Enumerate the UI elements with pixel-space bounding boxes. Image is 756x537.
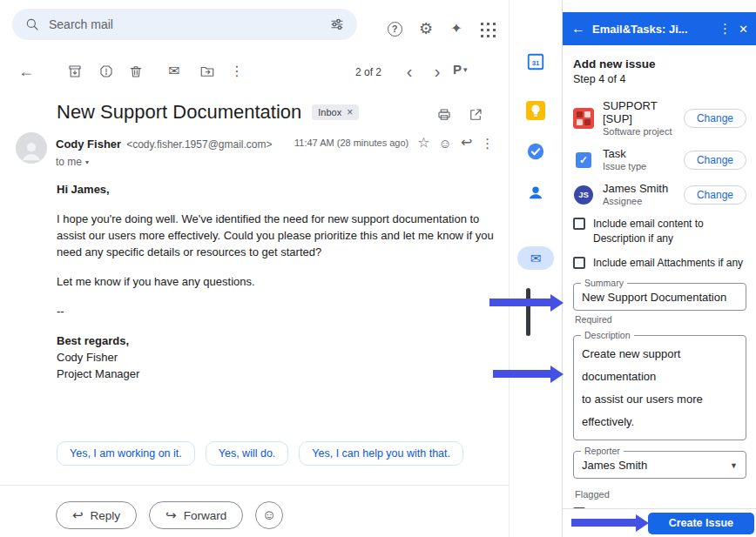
reply-arrow-icon: ↩ [72, 507, 84, 523]
change-project-button[interactable]: Change [684, 109, 746, 128]
divider [0, 485, 509, 486]
print-all-button[interactable]: P ▾ [453, 62, 468, 77]
tasks-button[interactable] [526, 142, 545, 164]
summary-field-value[interactable]: New Support Documentation [582, 291, 738, 304]
assignee-name: James Smith [603, 182, 675, 195]
checkbox-icon[interactable] [573, 218, 585, 230]
search-bar[interactable] [12, 9, 357, 40]
print-button[interactable] [434, 104, 455, 125]
settings-button[interactable]: ⚙ [415, 18, 436, 39]
create-issue-button[interactable]: Create Issue [648, 513, 754, 534]
older-button[interactable]: › [427, 61, 448, 82]
dropdown-icon[interactable]: ▼ [730, 461, 738, 470]
panel-close-icon[interactable]: ✕ [739, 23, 748, 36]
description-field-label: Description [581, 330, 634, 340]
keep-button[interactable] [526, 101, 545, 124]
project-avatar-icon [573, 108, 594, 129]
archive-button[interactable] [64, 61, 85, 82]
search-input[interactable] [49, 17, 321, 31]
smart-reply-2[interactable]: Yes, will do. [206, 441, 289, 466]
smart-reply-1[interactable]: Yes, I am working on it. [57, 441, 195, 466]
reply-button[interactable]: ↩ Reply [56, 501, 137, 529]
smart-reply-3[interactable]: Yes, I can help you with that. [299, 441, 463, 466]
email-body: Hi James, I hope you're doing well. We'v… [57, 181, 499, 382]
mark-unread-button[interactable]: ✉ [164, 61, 185, 82]
open-in-new-button[interactable] [465, 104, 486, 125]
report-spam-button[interactable] [96, 61, 117, 82]
to-me-label: to me [56, 156, 82, 168]
calendar-button[interactable]: 31 [526, 52, 545, 75]
trash-icon [128, 64, 144, 79]
search-icon[interactable] [24, 17, 40, 32]
emoji-reaction-icon[interactable]: ☺ [439, 137, 452, 150]
addon-panel-header: ← Email&Tasks: Ji... ⋮ ✕ [563, 12, 756, 45]
delete-button[interactable] [125, 61, 146, 82]
print-letter-icon: P [453, 62, 462, 77]
issue-type-row: ✓ Task Issue type Change [573, 147, 746, 172]
sparkle-icon: ✦ [450, 22, 462, 36]
signature-closing: Best regards, [57, 332, 499, 349]
project-name: SUPPORT [603, 99, 675, 112]
panel-step: Step 4 of 4 [573, 73, 746, 85]
issue-type-name: Task [603, 147, 675, 160]
printer-icon [436, 107, 452, 123]
change-assignee-button[interactable]: Change [684, 185, 746, 205]
forward-button[interactable]: ↪ Forward [149, 501, 243, 529]
chevron-right-icon: › [435, 62, 441, 82]
panel-kebab-icon[interactable]: ⋮ [719, 21, 732, 37]
star-icon[interactable]: ☆ [417, 136, 429, 150]
include-content-label: Include email content to Description if … [593, 217, 746, 246]
add-emoji-button[interactable]: ☺ [255, 501, 283, 529]
reply-icon[interactable]: ↩ [461, 136, 472, 150]
apps-grid-icon [479, 21, 496, 38]
keep-icon [526, 101, 545, 120]
summary-field[interactable]: Summary New Support Documentation [573, 283, 746, 311]
reporter-select-value: James Smith [582, 459, 647, 472]
contacts-icon [526, 183, 545, 202]
caret-down-icon: ▾ [85, 158, 89, 166]
include-content-checkbox-row[interactable]: Include email content to Description if … [573, 217, 746, 246]
paragraph-1: I hope you're doing well. We've identifi… [57, 211, 499, 260]
issue-type-subtitle: Issue type [603, 160, 675, 172]
message-kebab-icon[interactable]: ⋮ [481, 137, 494, 150]
include-attachments-checkbox-row[interactable]: Include email Attachments if any [573, 256, 746, 271]
apps-button[interactable] [477, 19, 498, 40]
signature-title: Project Manager [57, 366, 499, 382]
checkbox-icon[interactable] [573, 257, 585, 269]
project-key: [SUP] [603, 112, 675, 125]
report-icon [98, 64, 114, 79]
description-field-value[interactable]: Create new support documentation to assi… [582, 343, 738, 433]
project-subtitle: Software project [603, 125, 675, 138]
to-me-dropdown[interactable]: to me ▾ [56, 156, 89, 168]
project-row: SUPPORT [SUP] Software project Change [573, 99, 746, 138]
help-button[interactable]: ? [384, 18, 405, 39]
more-options-button[interactable]: ⋮ [226, 61, 247, 82]
contacts-button[interactable] [526, 183, 545, 205]
screen: ? ⚙ ✦ J ← ✉ ⋮ 2 of 2 ‹ › P ▾ New Suppor [0, 0, 756, 537]
move-to-button[interactable] [197, 61, 218, 82]
smiley-icon: ☺ [262, 507, 276, 523]
gemini-button[interactable]: ✦ [446, 18, 467, 39]
addon-panel-body: Add new issue Step 4 of 4 SUPPORT [SUP] … [563, 45, 756, 508]
paragraph-2: Let me know if you have any questions. [57, 273, 499, 290]
newer-button[interactable]: ‹ [399, 61, 420, 82]
back-button[interactable]: ← [16, 61, 37, 82]
sender-name: Cody Fisher [56, 138, 121, 151]
email-subject: New Support Documentation [57, 101, 301, 124]
chip-close-icon[interactable]: × [347, 106, 353, 118]
svg-text:31: 31 [532, 59, 540, 67]
addon-active-button[interactable]: ✉ [517, 246, 554, 270]
reporter-select[interactable]: Reporter James Smith ▼ [573, 451, 746, 479]
scrollbar-thumb[interactable] [526, 288, 530, 336]
panel-back-icon[interactable]: ← [571, 21, 585, 37]
folder-move-icon [199, 64, 215, 79]
annotation-arrow-create-issue [571, 519, 636, 527]
change-issue-type-button[interactable]: Change [684, 151, 746, 170]
inbox-label-chip[interactable]: Inbox × [312, 104, 359, 120]
description-field[interactable]: Description Create new support documenta… [573, 335, 746, 440]
calendar-icon: 31 [526, 52, 545, 71]
filter-tune-icon[interactable] [329, 17, 345, 32]
forward-label: Forward [184, 509, 227, 522]
sender-avatar[interactable] [16, 132, 47, 164]
task-type-icon: ✓ [576, 152, 591, 168]
